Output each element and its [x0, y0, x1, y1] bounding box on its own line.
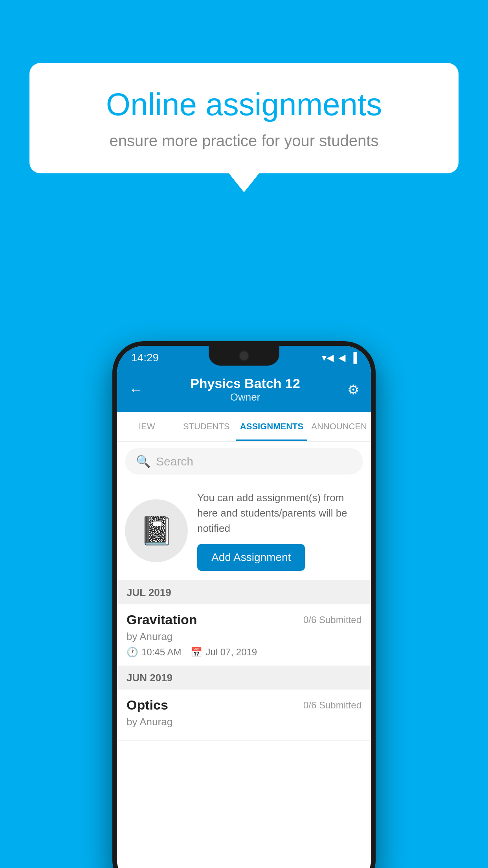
assignment-meta-gravitation: 🕐 10:45 AM 📅 Jul 07, 2019 [127, 647, 361, 658]
phone-screen: 14:29 ▾◀ ◀ ▐ ← Physics Batch 12 Owner ⚙ … [117, 346, 371, 868]
search-placeholder: Search [156, 455, 193, 468]
assignment-submitted-optics: 0/6 Submitted [303, 700, 361, 711]
assignment-item-gravitation[interactable]: Gravitation 0/6 Submitted by Anurag 🕐 10… [117, 604, 371, 666]
wifi-icon: ▾◀ [322, 352, 334, 363]
section-header-jun: JUN 2019 [117, 666, 371, 690]
tab-announcements[interactable]: ANNOUNCEN [307, 412, 371, 441]
calendar-icon: 📅 [191, 647, 202, 658]
assignment-author-optics: by Anurag [127, 716, 361, 728]
add-assignment-button[interactable]: Add Assignment [197, 544, 305, 571]
battery-icon: ▐ [350, 352, 357, 363]
tab-iew[interactable]: IEW [117, 412, 176, 441]
notebook-icon: 📓 [139, 515, 174, 547]
tab-assignments[interactable]: ASSIGNMENTS [236, 412, 307, 441]
batch-subtitle: Owner [190, 391, 300, 403]
promo-text-area: You can add assignment(s) from here and … [197, 490, 363, 571]
app-header: ← Physics Batch 12 Owner ⚙ [117, 370, 371, 412]
tabs-bar: IEW STUDENTS ASSIGNMENTS ANNOUNCEN [117, 412, 371, 442]
settings-icon[interactable]: ⚙ [347, 382, 359, 397]
phone-frame: 14:29 ▾◀ ◀ ▐ ← Physics Batch 12 Owner ⚙ … [112, 341, 376, 868]
speech-bubble-subtitle: ensure more practice for your students [57, 132, 431, 150]
section-header-jul: JUL 2019 [117, 581, 371, 604]
assignment-time-gravitation: 🕐 10:45 AM [127, 647, 181, 658]
phone-notch [209, 346, 279, 366]
assignment-top-row-optics: Optics 0/6 Submitted [127, 697, 361, 713]
status-icons: ▾◀ ◀ ▐ [322, 352, 357, 363]
promo-icon-circle: 📓 [125, 499, 188, 562]
search-bar[interactable]: 🔍 Search [125, 448, 363, 474]
speech-bubble: Online assignments ensure more practice … [29, 63, 459, 173]
assignment-title-gravitation: Gravitation [127, 612, 197, 627]
tab-students[interactable]: STUDENTS [176, 412, 236, 441]
content-area: 🔍 Search 📓 You can add assignment(s) fro… [117, 442, 371, 868]
speech-bubble-container: Online assignments ensure more practice … [29, 63, 459, 173]
status-time: 14:29 [131, 351, 159, 364]
assignment-top-row: Gravitation 0/6 Submitted [127, 612, 361, 627]
batch-title: Physics Batch 12 [190, 376, 300, 391]
search-container: 🔍 Search [117, 442, 371, 481]
signal-icon: ◀ [338, 352, 345, 363]
clock-icon: 🕐 [127, 647, 138, 658]
speech-bubble-title: Online assignments [57, 86, 431, 123]
back-button[interactable]: ← [129, 381, 143, 398]
promo-description: You can add assignment(s) from here and … [197, 490, 363, 536]
assignment-item-optics[interactable]: Optics 0/6 Submitted by Anurag [117, 690, 371, 741]
assignment-date-gravitation: 📅 Jul 07, 2019 [191, 647, 257, 658]
phone-camera [238, 350, 250, 361]
header-title-group: Physics Batch 12 Owner [190, 376, 300, 403]
assignment-submitted-gravitation: 0/6 Submitted [303, 614, 361, 625]
assignment-author-gravitation: by Anurag [127, 631, 361, 643]
assignment-title-optics: Optics [127, 697, 168, 713]
search-icon: 🔍 [136, 454, 150, 468]
add-assignment-promo: 📓 You can add assignment(s) from here an… [117, 481, 371, 581]
